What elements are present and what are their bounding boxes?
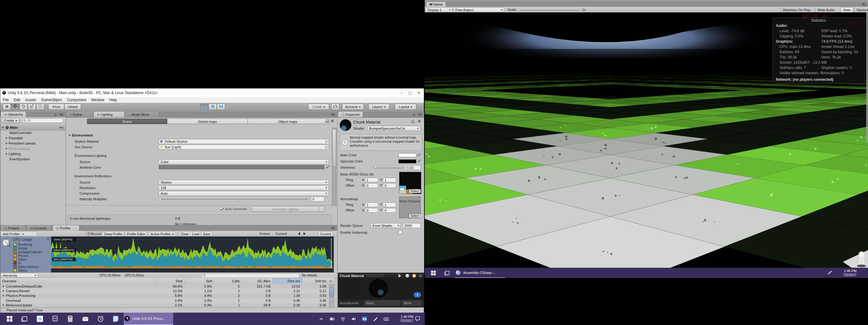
normalmap-select-button[interactable]: Select [409, 214, 421, 218]
hierarchy-scene-row[interactable]: Main [0, 125, 66, 130]
taskbar2-taskview-button[interactable] [441, 268, 454, 278]
status-bar[interactable]: Placed metal part? True [0, 307, 424, 313]
detail-view-dropdown[interactable]: Hierarchy [1, 273, 38, 278]
lighting-panel-menu-icon[interactable] [331, 113, 335, 116]
normal-offset-y-field[interactable]: 0 [383, 208, 396, 213]
legend-rendering[interactable]: Rendering [13, 243, 32, 246]
tray-volume-icon[interactable] [349, 313, 359, 325]
tab-lighting[interactable]: ≋Lighting [94, 112, 125, 117]
tab-hierarchy[interactable]: ≔ Hierarchy [1, 112, 26, 117]
layers-dropdown[interactable]: Layers [368, 104, 390, 110]
lock-icon[interactable] [54, 113, 57, 116]
tray2-pen-icon[interactable] [827, 270, 832, 276]
inspector-panel-menu-icon[interactable] [418, 113, 422, 116]
compression-dropdown[interactable]: Auto [159, 191, 329, 196]
shininess-value[interactable]: 0.03 [405, 165, 421, 170]
legend-scripts[interactable]: Scripts [13, 246, 28, 250]
auto-generate-checkbox[interactable] [220, 207, 224, 211]
tab-game[interactable]: Game [426, 2, 446, 7]
aspect-dropdown[interactable]: Free Aspect [454, 7, 504, 12]
step-button[interactable] [217, 104, 225, 110]
tray-keyboard-icon[interactable] [381, 313, 391, 325]
preview-sphere-icon[interactable] [406, 274, 409, 278]
assetbundle-dropdown-2[interactable]: None [402, 300, 421, 305]
preview-menu-icon[interactable] [418, 274, 422, 277]
hierarchy-item-pausable[interactable]: Pausable [0, 136, 71, 141]
base-tiling-x-field[interactable]: 1 [365, 178, 378, 182]
lighting-subtab-global-maps[interactable]: Global maps [167, 119, 248, 124]
legend-garbagecollector[interactable]: GarbageCollector [13, 250, 42, 254]
profiler-row-physics.processing[interactable]: Physics.Processing5.8%3.4%20 B1.090.63 [0, 293, 334, 298]
main-color-swatch[interactable] [398, 153, 416, 157]
game-viewport[interactable]: NOTE: in alpha! StatisticsAudio:Level: -… [425, 12, 868, 268]
taskbar-clock[interactable]: 1:46 PM7/2/2017 [394, 315, 413, 323]
base-offset-y-field[interactable]: 0 [383, 183, 396, 188]
scale-tool-button[interactable] [28, 104, 36, 110]
sun-source-object-field[interactable]: Sun (Light) [159, 145, 329, 149]
cloud-button[interactable] [331, 104, 339, 110]
legend-others[interactable]: Others [13, 269, 27, 272]
tab-project[interactable]: 🗀Project [1, 225, 26, 231]
base-select-button[interactable]: Select [409, 189, 421, 193]
tab-asset-store[interactable]: ⌂Asset Store [125, 112, 159, 117]
shininess-slider[interactable] [374, 168, 403, 168]
eyedropper-icon[interactable]: 🖉 [417, 153, 421, 157]
pause-button[interactable] [209, 104, 217, 110]
object-picker-icon[interactable] [325, 146, 328, 148]
section-environment[interactable]: Environment [68, 134, 93, 137]
deep-profile-button[interactable]: Deep Profile [102, 232, 124, 236]
profile-editor-button[interactable]: Profile Editor [125, 232, 147, 236]
create-dropdown[interactable]: Create [2, 118, 20, 123]
eyedropper-icon[interactable]: 🖉 [327, 165, 330, 169]
resolution-dropdown[interactable]: 128 [159, 185, 329, 190]
intensity-multiplier-value[interactable]: 0 [311, 197, 324, 202]
tag-icon[interactable]: ⚷ [413, 292, 421, 297]
scale-slider-knob[interactable] [518, 8, 520, 11]
tray-wifi-icon[interactable] [338, 313, 348, 325]
profiler-row-behaviourupdate[interactable]: BehaviourUpdate2.1%0.3%158 B0.390.06 [0, 303, 334, 308]
render-queue-dropdown[interactable]: From Shader [371, 223, 401, 228]
scale-slider[interactable] [518, 10, 579, 10]
intensity-multiplier-slider-knob[interactable] [159, 198, 161, 200]
menu-help[interactable]: Help [107, 97, 119, 103]
add-profiler-dropdown[interactable]: Add Profiler [1, 232, 37, 236]
preview-play-icon[interactable] [398, 274, 401, 278]
layout-dropdown[interactable]: Layout [395, 104, 416, 110]
material-preview-header[interactable]: Chunk Material [338, 273, 424, 278]
generate-lighting-button[interactable]: Generate Lighting [251, 206, 319, 212]
profiler-row-coroutinesdelayedcalls[interactable]: CoroutinesDelayedCalls69.6%0.3%5181.7 KB… [0, 284, 334, 289]
taskbar2-start-button[interactable] [427, 268, 440, 278]
ambient-color-swatch[interactable] [159, 165, 324, 169]
active-profiler-dropdown[interactable]: Active Profiler [149, 232, 176, 236]
legend-physics[interactable]: Physics [13, 254, 28, 257]
column-header-total[interactable]: Total [155, 278, 184, 284]
help-icon[interactable]: 🕮 [325, 119, 329, 123]
current-frame-button[interactable]: Current [318, 232, 333, 236]
help-icon[interactable]: 🕮 [411, 119, 415, 123]
scene-menu-icon[interactable] [59, 126, 64, 129]
collab-button[interactable]: Collab [308, 104, 329, 110]
assetbundle-dropdown-1[interactable]: None [364, 300, 400, 305]
tray-chevron-icon[interactable] [316, 313, 326, 325]
taskbar-unity-app-button[interactable]: Unity 5.6.1f1 Perso... [124, 313, 173, 325]
maximize-button[interactable]: ▢ [408, 91, 412, 95]
load-button[interactable]: Load [190, 232, 201, 236]
legend-gi[interactable]: Gi [13, 261, 21, 265]
source-dropdown[interactable]: Color [159, 159, 329, 165]
column-header-overview[interactable]: Overview [0, 278, 157, 284]
taskbar2-clock[interactable]: 1:46 PM7/2/2017 [836, 269, 857, 277]
next-frame-button[interactable] [304, 232, 306, 235]
game-button-mute-audio[interactable]: Mute Audio [815, 7, 837, 12]
material-preview-area[interactable]: ⚷ [338, 278, 424, 299]
tray-eye-icon[interactable] [360, 313, 369, 325]
move-tool-button[interactable] [11, 104, 19, 110]
menu-component[interactable]: Component [64, 97, 89, 103]
column-header-gc-alloc[interactable]: GC Alloc [242, 278, 273, 284]
gear-icon[interactable]: ⚙ [417, 119, 421, 123]
render-queue-number[interactable]: 2000 [403, 223, 421, 228]
legend-native-memory[interactable]: Native Memory [13, 265, 39, 268]
column-header-self[interactable]: Self [184, 278, 214, 284]
taskbar-notes-button[interactable] [108, 313, 123, 325]
menu-edit[interactable]: Edit [11, 97, 23, 103]
lighting-subtab-object-maps[interactable]: Object maps [248, 119, 328, 124]
